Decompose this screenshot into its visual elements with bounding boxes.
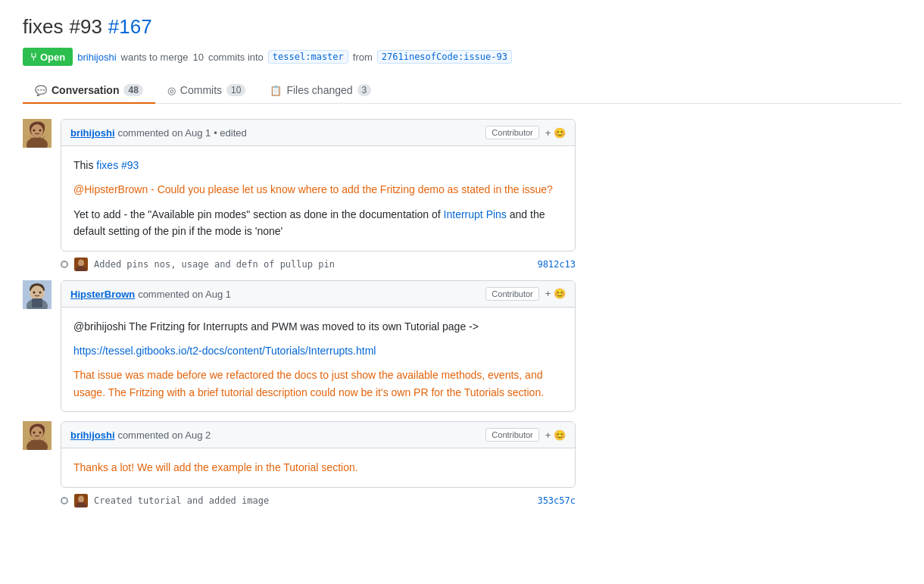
svg-point-4	[33, 130, 36, 132]
commit-small-avatar-2	[74, 494, 88, 507]
comment-author-1[interactable]: brihijoshi	[70, 127, 115, 139]
files-tab-icon: 📋	[270, 85, 282, 96]
interrupt-pins-link[interactable]: Interrupt Pins	[444, 208, 507, 220]
pr-number-ref[interactable]: #167	[108, 15, 152, 39]
comment-row-3: brihijoshi commented on Aug 2 Contributo…	[23, 421, 901, 487]
commit-small-avatar-1	[74, 258, 88, 271]
conversation-tab-count: 48	[123, 84, 142, 96]
comment-header-left-1: brihijoshi commented on Aug 1 • edited	[70, 126, 247, 139]
files-tab-count: 3	[357, 84, 372, 96]
comment-author-2[interactable]: HipsterBrown	[70, 289, 135, 300]
emoji-button-3[interactable]: + 😊	[545, 429, 566, 441]
svg-point-3	[31, 124, 43, 138]
commits-count: 10	[192, 52, 203, 63]
emoji-button-2[interactable]: + 😊	[545, 288, 566, 299]
svg-point-13	[39, 291, 42, 293]
comment-date-1: commented on Aug 1	[117, 127, 211, 139]
commit-entry-1: Added pins nos, usage and defn of pullup…	[61, 258, 576, 271]
open-label: Open	[40, 52, 65, 63]
commit-sha-1[interactable]: 9812c13	[537, 259, 576, 270]
contributor-badge-1: Contributor	[485, 126, 538, 139]
pr-title: fixes #93 #167	[23, 15, 901, 39]
svg-point-12	[33, 291, 36, 293]
comment-p1-1: This fixes #93	[73, 157, 563, 173]
tabs-bar: 💬 Conversation 48 ◎ Commits 10 📋 Files c…	[23, 78, 901, 104]
avatar-hipster	[23, 280, 52, 309]
commit-message-2: Created tutorial and added image	[94, 495, 269, 506]
open-badge: ⑂ Open	[23, 48, 73, 66]
contributor-badge-3: Contributor	[485, 428, 538, 442]
svg-point-20	[33, 432, 36, 434]
svg-rect-15	[32, 298, 42, 308]
commit-dot-2	[61, 497, 68, 504]
svg-point-19	[31, 426, 43, 440]
comment-header-2: HipsterBrown commented on Aug 1 Contribu…	[61, 281, 575, 308]
head-branch[interactable]: 2761inesofCode:issue-93	[377, 50, 512, 64]
comment-body-3: Thanks a lot! We will add the example in…	[61, 448, 575, 486]
svg-point-7	[78, 259, 84, 266]
comment-header-right-3: Contributor + 😊	[485, 428, 566, 442]
comment-header-left-2: HipsterBrown commented on Aug 1	[70, 288, 231, 300]
comment-header-1: brihijoshi commented on Aug 1 • edited C…	[61, 120, 575, 146]
comment-p3-1: Yet to add - the "Available pin modes" s…	[73, 206, 563, 240]
emoji-button-1[interactable]: + 😊	[545, 127, 566, 139]
tutorial-link[interactable]: https://tessel.gitbooks.io/t2-docs/conte…	[73, 345, 376, 357]
timeline: brihijoshi commented on Aug 1 • edited C…	[23, 119, 901, 511]
meta-into: commits into	[208, 52, 264, 63]
comment-header-right-2: Contributor + 😊	[485, 287, 566, 301]
tab-commits[interactable]: ◎ Commits 10	[155, 78, 258, 104]
avatar-brihijoshi-2	[23, 421, 52, 450]
pr-title-text: fixes	[23, 15, 63, 39]
comment-header-3: brihijoshi commented on Aug 2 Contributo…	[61, 422, 575, 448]
fixes-link[interactable]: fixes #93	[96, 159, 139, 171]
comment-row-1: brihijoshi commented on Aug 1 • edited C…	[23, 119, 901, 251]
comment-author-3[interactable]: brihijoshi	[70, 429, 115, 441]
meta-wants-to-merge: wants to merge	[121, 52, 189, 63]
comment-p3-2: That issue was made before we refactored…	[73, 367, 563, 401]
contributor-badge-2: Contributor	[485, 287, 538, 301]
conversation-tab-icon: 💬	[35, 85, 47, 96]
commit-dot-1	[61, 261, 68, 268]
comment-edited-1: • edited	[214, 127, 247, 139]
svg-point-23	[78, 495, 84, 502]
comment-p1-3: Thanks a lot! We will add the example in…	[73, 459, 563, 476]
comment-p1-2: @brihijoshi The Fritzing for Interrupts …	[73, 318, 563, 335]
svg-point-5	[39, 130, 42, 132]
comment-p2-1: @HipsterBrown - Could you please let us …	[73, 181, 563, 198]
commit-message-1: Added pins nos, usage and defn of pullup…	[94, 259, 335, 270]
pr-author-link[interactable]: brihijoshi	[77, 52, 116, 63]
comment-body-2: @brihijoshi The Fritzing for Interrupts …	[61, 308, 575, 412]
comment-date-3: commented on Aug 2	[117, 429, 211, 441]
meta-from: from	[353, 52, 373, 63]
comment-header-right-1: Contributor + 😊	[485, 126, 566, 139]
commit-entry-2: Created tutorial and added image 353c57c	[61, 494, 576, 507]
pr-number-main: #93	[69, 15, 101, 39]
comment-box-1: brihijoshi commented on Aug 1 • edited C…	[61, 119, 576, 251]
avatar-brihijoshi-1	[23, 119, 52, 148]
comment-date-2: commented on Aug 1	[138, 289, 231, 300]
comment-row-2: HipsterBrown commented on Aug 1 Contribu…	[23, 280, 901, 413]
tab-files-changed[interactable]: 📋 Files changed 3	[258, 78, 383, 104]
commit-sha-2[interactable]: 353c57c	[537, 495, 576, 506]
files-tab-label: Files changed	[286, 84, 352, 96]
comment-box-3: brihijoshi commented on Aug 2 Contributo…	[61, 421, 576, 487]
comment-p2-2: https://tessel.gitbooks.io/t2-docs/conte…	[73, 342, 563, 359]
comment-header-left-3: brihijoshi commented on Aug 2	[70, 429, 211, 441]
comment-box-2: HipsterBrown commented on Aug 1 Contribu…	[61, 280, 576, 413]
conversation-tab-label: Conversation	[52, 84, 119, 96]
commits-tab-label: Commits	[180, 84, 222, 96]
pr-meta: ⑂ Open brihijoshi wants to merge 10 comm…	[23, 48, 901, 66]
commits-tab-icon: ◎	[167, 85, 176, 96]
svg-point-21	[39, 432, 42, 434]
base-branch[interactable]: tessel:master	[268, 50, 348, 64]
open-icon: ⑂	[30, 51, 36, 63]
comment-body-1: This fixes #93 @HipsterBrown - Could you…	[61, 146, 575, 251]
commits-tab-count: 10	[226, 84, 245, 96]
tab-conversation[interactable]: 💬 Conversation 48	[23, 78, 155, 104]
